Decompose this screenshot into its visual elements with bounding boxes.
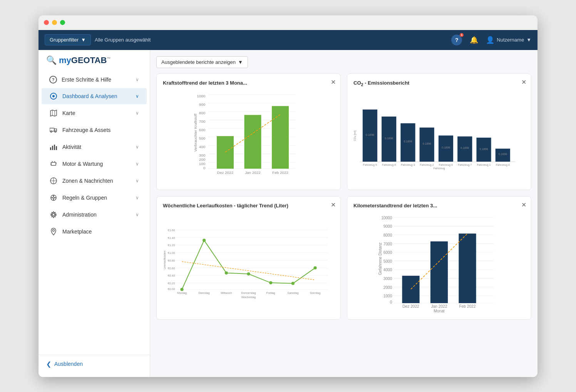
chevron-down-icon: ▼ xyxy=(81,37,86,43)
svg-text:0.1898: 0.1898 xyxy=(499,153,507,156)
sidebar-label-dashboard: Dashboard & Analysen xyxy=(62,93,117,99)
sidebar-label-administration: Administration xyxy=(62,212,97,218)
leerlauf-close-button[interactable]: ✕ xyxy=(331,201,336,209)
sidebar-item-regeln[interactable]: Regeln & Gruppen ∨ xyxy=(42,190,147,206)
svg-text:€0.40: €0.40 xyxy=(168,274,175,278)
help-icon-button[interactable]: ? 1 xyxy=(451,35,462,45)
svg-text:0.1898: 0.1898 xyxy=(404,140,412,143)
sidebar-item-karte[interactable]: Karte ∨ xyxy=(42,105,147,121)
svg-text:6000: 6000 xyxy=(383,250,392,255)
sidebar-item-administration[interactable]: Administration ∨ xyxy=(42,207,147,223)
dot-freitag xyxy=(269,281,272,284)
notification-bell-icon[interactable]: 🔔 xyxy=(470,36,478,44)
svg-rect-10 xyxy=(52,146,53,150)
co2-chart-area: CO₂ [mt] 0.1898 0.1898 0.1898 0.1898 xyxy=(353,91,525,183)
bar-km-jan xyxy=(430,242,448,304)
svg-point-1 xyxy=(52,95,55,97)
svg-text:10000: 10000 xyxy=(381,216,392,220)
chevron-right-icon-aktivitat: ∨ xyxy=(136,144,139,150)
activity-icon xyxy=(49,143,58,151)
sidebar-item-erste-schritte[interactable]: ? Erste Schritte & Hilfe ∨ xyxy=(42,72,147,87)
content-header: Ausgeblendete berichte anzeigen ▼ xyxy=(156,56,531,68)
svg-rect-11 xyxy=(54,145,55,150)
kraftstoff-chart-title: Kraftstofftrend der letzten 3 Mona... xyxy=(163,80,334,86)
sidebar-item-motor[interactable]: Motor & Wartung ∨ xyxy=(42,156,147,172)
svg-text:9000: 9000 xyxy=(383,225,392,229)
collapse-label: Ausblenden xyxy=(54,361,83,367)
sidebar-label-motor: Motor & Wartung xyxy=(62,161,103,167)
svg-text:Freitag: Freitag xyxy=(266,291,275,295)
maximize-window-button[interactable] xyxy=(60,20,65,25)
user-menu[interactable]: 👤 Nutzername ▼ xyxy=(486,36,531,44)
group-filter-button[interactable]: Gruppenfilter ▼ xyxy=(45,34,91,45)
chevron-right-icon-admin: ∨ xyxy=(136,212,139,217)
truck-icon xyxy=(49,126,58,134)
svg-text:900: 900 xyxy=(199,102,206,106)
topbar-left: Gruppenfilter ▼ Alle Gruppen ausgewählt xyxy=(45,34,151,45)
svg-text:Jan 2022: Jan 2022 xyxy=(245,170,261,174)
user-chevron-icon: ▼ xyxy=(526,37,531,43)
svg-text:0: 0 xyxy=(390,300,392,304)
main-content: Ausgeblendete berichte anzeigen ▼ Krafts… xyxy=(150,50,537,377)
sidebar-item-dashboard[interactable]: Dashboard & Analysen ∨ xyxy=(42,88,147,104)
svg-text:€0.00: €0.00 xyxy=(168,287,175,291)
sidebar-item-aktivitat[interactable]: Aktivität ∨ xyxy=(42,139,147,155)
show-hidden-reports-button[interactable]: Ausgeblendete berichte anzeigen ▼ xyxy=(156,56,248,68)
collapse-sidebar-button[interactable]: ❮ Ausblenden xyxy=(39,355,150,372)
svg-text:0.1898: 0.1898 xyxy=(480,148,488,151)
svg-marker-2 xyxy=(50,110,57,116)
user-avatar-icon: 👤 xyxy=(486,36,494,44)
chevron-right-icon-karte: ∨ xyxy=(136,110,139,116)
svg-text:€1.40: €1.40 xyxy=(168,236,175,240)
sidebar-item-fahrzeuge[interactable]: Fahrzeuge & Assets xyxy=(42,122,147,138)
svg-text:600: 600 xyxy=(199,127,206,132)
chevron-right-icon-motor: ∨ xyxy=(136,161,139,167)
co2-close-button[interactable]: ✕ xyxy=(521,78,526,86)
leerlauf-chart-card: Wöchentliche Leerlaufkosten - täglicher … xyxy=(156,196,341,320)
svg-text:€1.60: €1.60 xyxy=(168,229,175,232)
kraftstoff-close-button[interactable]: ✕ xyxy=(331,78,336,86)
kilometer-close-button[interactable]: ✕ xyxy=(521,201,526,209)
dot-mittwoch xyxy=(225,272,228,275)
bar-feb-2022 xyxy=(272,106,289,168)
dot-donnerstag xyxy=(247,272,250,275)
svg-text:0: 0 xyxy=(203,165,206,170)
svg-text:3000: 3000 xyxy=(383,277,392,281)
svg-text:€1.20: €1.20 xyxy=(168,244,175,247)
svg-text:Monat: Monat xyxy=(434,309,444,313)
chevron-down-icon: ∨ xyxy=(136,93,139,99)
sidebar-label-fahrzeuge: Fahrzeuge & Assets xyxy=(62,127,111,133)
svg-point-8 xyxy=(55,131,56,132)
close-window-button[interactable] xyxy=(44,20,49,25)
svg-text:4000: 4000 xyxy=(383,268,392,272)
svg-text:Fahrzeug 1: Fahrzeug 1 xyxy=(477,163,491,167)
svg-text:400: 400 xyxy=(199,144,206,148)
group-filter-value: Alle Gruppen ausgewählt xyxy=(95,37,151,43)
main-layout: 🔍 myGEOTAB™ ? Erste Schritte & Hilfe ∨ D… xyxy=(39,50,537,377)
svg-text:Montag: Montag xyxy=(177,291,187,295)
svg-text:Fahrzeug 2: Fahrzeug 2 xyxy=(420,163,434,167)
chevron-left-icon: ❮ xyxy=(46,360,51,368)
minimize-window-button[interactable] xyxy=(52,20,57,25)
kraftstoff-chart-area: 1000 900 800 700 600 500 400 300 200 100… xyxy=(163,90,334,175)
svg-text:Wochentag: Wochentag xyxy=(241,296,256,299)
dot-samstag xyxy=(291,282,295,285)
username-label: Nutzername xyxy=(497,37,524,43)
svg-text:5000: 5000 xyxy=(383,259,392,264)
svg-text:€0.60: €0.60 xyxy=(168,267,175,270)
app-window: Gruppenfilter ▼ Alle Gruppen ausgewählt … xyxy=(39,15,537,377)
svg-rect-9 xyxy=(50,147,51,150)
help-circle-icon: ? xyxy=(49,76,57,83)
svg-text:500: 500 xyxy=(199,136,206,140)
bar-jan-2022 xyxy=(244,115,261,168)
svg-text:200: 200 xyxy=(199,157,206,161)
svg-text:Feb 2022: Feb 2022 xyxy=(272,170,288,174)
sidebar-item-marketplace[interactable]: Marketplace xyxy=(42,224,147,240)
svg-text:0.1898: 0.1898 xyxy=(385,137,393,140)
svg-text:Fahrzeug 3: Fahrzeug 3 xyxy=(401,163,415,167)
svg-text:800: 800 xyxy=(199,110,206,115)
leerlauf-chart-svg: €1.60 €1.40 €1.20 €1.00 €0.80 €0.60 €0.4… xyxy=(163,213,334,313)
sidebar-item-zonen[interactable]: Zonen & Nachrichten ∨ xyxy=(42,173,147,189)
sidebar-label-regeln: Regeln & Gruppen xyxy=(62,195,107,201)
kilometer-chart-svg: 10000 9000 8000 7000 6000 5000 4000 3000… xyxy=(353,213,525,313)
